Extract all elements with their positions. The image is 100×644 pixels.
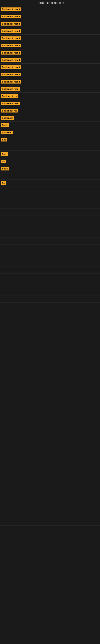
table-row: [0, 238, 100, 245]
table-row: [0, 317, 100, 324]
table-row: Bottleneck result: [0, 34, 100, 42]
vertical-bar-indicator: [1, 550, 1, 555]
empty-section-2: [0, 405, 100, 486]
empty-section-4: [0, 533, 100, 549]
table-row: Bottleneck result: [0, 78, 100, 85]
bottleneck-badge[interactable]: Bottleneck result: [1, 15, 21, 18]
bottleneck-badge[interactable]: Bo: [1, 181, 6, 185]
table-row: Bottleneck result: [0, 20, 100, 27]
bottleneck-badge[interactable]: Bottleneck resu: [1, 102, 20, 105]
table-row: [0, 252, 100, 259]
bottleneck-badge[interactable]: Bottleneck result: [1, 66, 21, 69]
table-row: Bottleneck resul: [0, 85, 100, 92]
table-row: [0, 194, 100, 201]
bottleneck-badge[interactable]: Bo: [1, 160, 6, 163]
table-row: Bottleneck res: [0, 92, 100, 100]
table-row: Bottleneck result: [0, 64, 100, 71]
table-row: Bottleneck result: [0, 27, 100, 34]
table-row: Bo: [0, 158, 100, 165]
bottleneck-badge[interactable]: Bot: [1, 138, 7, 142]
table-row: [0, 266, 100, 274]
table-row: Bottleneck result: [0, 13, 100, 20]
table-row: [0, 274, 100, 281]
bottleneck-badge[interactable]: Bottleneck result: [1, 29, 21, 33]
table-row: Bottle: [0, 165, 100, 172]
bottleneck-badge[interactable]: Bottleneck result: [1, 73, 21, 76]
table-row: [0, 259, 100, 266]
table-row: [0, 310, 100, 317]
table-row: Bottleneck result: [0, 42, 100, 49]
bottleneck-badge[interactable]: Bottleneck result: [1, 58, 21, 62]
site-title: TheBottlenecker.com: [0, 0, 100, 6]
table-row: [0, 296, 100, 303]
bottleneck-badge[interactable]: Bottleneck res: [1, 94, 18, 98]
table-row: [0, 216, 100, 223]
table-row: Bottle: [0, 122, 100, 129]
table-row: [0, 223, 100, 230]
table-row: [0, 549, 100, 556]
bottleneck-badge[interactable]: Bottlenec: [1, 130, 13, 134]
bottleneck-badge[interactable]: Bottleneck result: [1, 36, 21, 40]
table-row: [0, 303, 100, 310]
empty-section-3: [0, 486, 100, 526]
page-container: TheBottlenecker.com Bottleneck result Bo…: [0, 0, 100, 644]
table-row: Bottleneck result: [0, 71, 100, 78]
vertical-bar-indicator: [1, 145, 1, 149]
bottleneck-badge[interactable]: Bottleneck resul: [1, 87, 20, 91]
table-row: [0, 526, 100, 533]
bottleneck-badge[interactable]: Bottle: [1, 123, 9, 127]
bottleneck-badge[interactable]: Bottleneck res: [1, 109, 18, 112]
table-row: [0, 230, 100, 238]
table-row: [0, 187, 100, 194]
table-row: Bott: [0, 150, 100, 158]
bottleneck-badge[interactable]: Bottleneck result: [1, 44, 21, 47]
bottleneck-badge[interactable]: Bottleneck result: [1, 22, 21, 26]
table-row: Bottleneck res: [0, 107, 100, 114]
table-row: Bottleneck: [0, 114, 100, 122]
table-row: Bo: [0, 180, 100, 187]
bottleneck-badge[interactable]: Bott: [1, 152, 8, 156]
table-row: [0, 281, 100, 288]
table-row: Bot: [0, 136, 100, 143]
bottleneck-badge[interactable]: Bottleneck result: [1, 80, 21, 84]
table-row: Bottleneck result: [0, 49, 100, 56]
bottleneck-badge[interactable]: Bottleneck result: [1, 8, 21, 11]
table-row: Bottleneck result: [0, 6, 100, 13]
table-row: [0, 143, 100, 150]
empty-section-1: [0, 324, 100, 405]
bottleneck-badge[interactable]: Bottleneck result: [1, 51, 21, 54]
table-row: [0, 208, 100, 216]
bottleneck-badge[interactable]: Bottleneck: [1, 116, 14, 120]
table-row: [0, 172, 100, 180]
table-row: Bottleneck resu: [0, 100, 100, 107]
table-row: [0, 245, 100, 252]
table-row: Bottlenec: [0, 129, 100, 136]
bottleneck-badge[interactable]: Bottle: [1, 167, 9, 170]
table-row: [0, 288, 100, 296]
table-row: Bottleneck result: [0, 56, 100, 64]
vertical-bar-indicator: [1, 527, 1, 531]
table-row: [0, 201, 100, 208]
